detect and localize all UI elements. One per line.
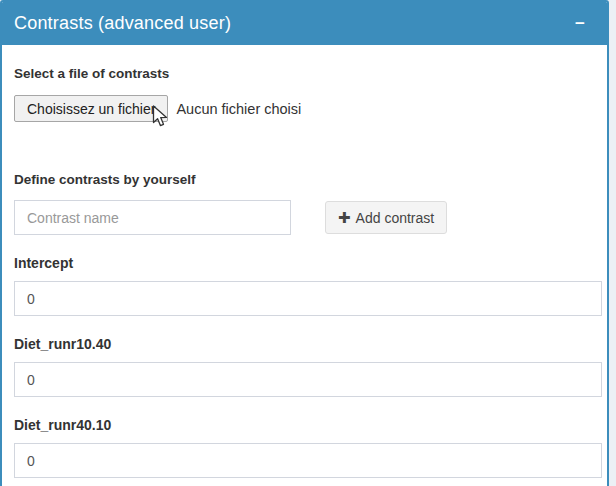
file-input-label: Select a file of contrasts: [14, 66, 599, 81]
browse-file-button[interactable]: Choisissez un fichier: [14, 95, 168, 122]
contrast-name-input[interactable]: [14, 200, 291, 235]
diet-runr40-10-label: Diet_runr40.10: [14, 417, 599, 433]
contrast-field-diet-runr40-10: Diet_runr40.10: [14, 417, 599, 478]
contrast-field-intercept: Intercept: [14, 255, 599, 316]
intercept-label: Intercept: [14, 255, 599, 271]
file-input: Choisissez un fichier Aucun fichier choi…: [14, 95, 599, 122]
collapse-button[interactable]: −: [567, 2, 593, 45]
intercept-input[interactable]: [14, 281, 602, 316]
contrast-field-diet-runr10-40: Diet_runr10.40: [14, 336, 599, 397]
box-header: Contrasts (advanced user) −: [2, 2, 607, 45]
add-contrast-button[interactable]: ✚ Add contrast: [325, 201, 447, 234]
box-body: Select a file of contrasts Choisissez un…: [2, 45, 607, 486]
diet-runr10-40-input[interactable]: [14, 362, 602, 397]
minus-icon: −: [575, 14, 585, 33]
contrasts-box: Contrasts (advanced user) − Select a fil…: [0, 0, 609, 486]
diet-runr40-10-input[interactable]: [14, 443, 602, 478]
define-contrasts-label: Define contrasts by yourself: [14, 172, 599, 187]
define-contrast-row: ✚ Add contrast: [14, 200, 599, 235]
box-title: Contrasts (advanced user): [2, 13, 231, 33]
diet-runr10-40-label: Diet_runr10.40: [14, 336, 599, 352]
add-contrast-button-label: Add contrast: [356, 210, 435, 226]
file-status-text: Aucun fichier choisi: [176, 101, 301, 117]
plus-icon: ✚: [338, 210, 351, 225]
